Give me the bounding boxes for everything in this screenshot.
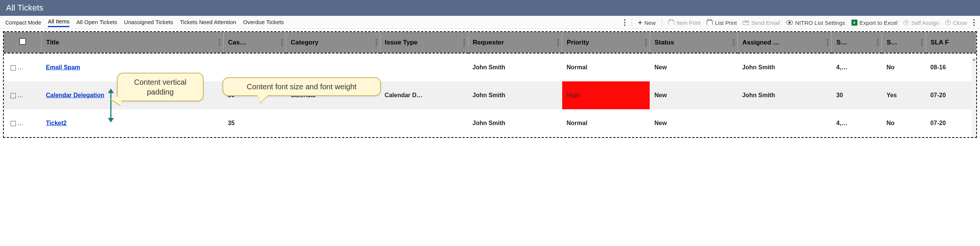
more-icon[interactable] — [624, 19, 625, 26]
export-excel-label: Export to Excel — [860, 20, 898, 26]
row-select-cell[interactable]: … — [4, 109, 41, 137]
col-issue-type[interactable]: Issue Type — [380, 32, 468, 53]
table-row[interactable]: …Ticket235John SmithNormalNew4,…No07-20 — [4, 109, 976, 137]
row-menu-icon[interactable]: … — [18, 92, 24, 98]
col-title-label: Title — [46, 39, 59, 46]
page-title-text: All Tickets — [6, 3, 43, 13]
toolbar-left: Compact Mode All Items All Open Tickets … — [5, 18, 284, 27]
col-requester[interactable]: Requester — [468, 32, 562, 53]
cell-title: Email Spam — [41, 53, 223, 81]
cell-assigned — [738, 109, 832, 137]
col-priority-label: Priority — [567, 39, 589, 46]
table-row[interactable]: …Calendar Delegation36CalendarCalendar D… — [4, 81, 976, 109]
select-all-header[interactable] — [4, 32, 41, 53]
row-checkbox[interactable] — [11, 93, 16, 98]
col-assigned[interactable]: Assigned … — [738, 32, 832, 53]
divider — [662, 19, 662, 27]
col-s2-label: S… — [886, 39, 897, 46]
tab-unassigned-tickets[interactable]: Unassigned Tickets — [124, 19, 173, 27]
col-s2[interactable]: S… — [882, 32, 926, 53]
column-menu-icon[interactable] — [733, 39, 735, 46]
tab-overdue-tickets[interactable]: Overdue Tickets — [243, 19, 283, 27]
self-assign-button[interactable]: Self Assign — [904, 20, 939, 26]
send-email-button[interactable]: Send Email — [743, 20, 780, 26]
cell-requester: John Smith — [468, 81, 562, 109]
column-menu-icon[interactable] — [219, 39, 220, 46]
column-menu-icon[interactable] — [645, 39, 647, 46]
cell-case: 35 — [223, 109, 286, 137]
header-row: Title Cas… Category Issue Type Requester — [4, 32, 976, 53]
row-menu-icon[interactable]: … — [18, 120, 24, 126]
nitro-settings-button[interactable]: NITRO List Settings — [786, 20, 845, 26]
cell-title: Calendar Delegation — [41, 81, 223, 109]
cell-status: New — [650, 109, 738, 137]
row-select-cell[interactable]: … — [4, 53, 41, 81]
cell-status: New — [650, 81, 738, 109]
print-icon — [706, 21, 713, 25]
cell-requester: John Smith — [468, 109, 562, 137]
cell-sla: 07-20 — [926, 81, 976, 109]
col-sla-label: SLA F — [931, 39, 949, 46]
column-menu-icon[interactable] — [827, 39, 829, 46]
toolbar: Compact Mode All Items All Open Tickets … — [0, 16, 980, 29]
cell-case: 36 — [223, 81, 286, 109]
col-priority[interactable]: Priority — [562, 32, 650, 53]
vertical-scrollbar[interactable] — [972, 57, 976, 137]
row-checkbox[interactable] — [11, 65, 16, 70]
row-select-cell[interactable]: … — [4, 81, 41, 109]
column-menu-icon[interactable] — [375, 39, 377, 46]
ticket-link[interactable]: Ticket2 — [46, 120, 67, 126]
cell-s1: 4,… — [832, 109, 882, 137]
column-menu-icon[interactable] — [281, 39, 283, 46]
close-icon — [945, 20, 951, 25]
cell-s2: No — [882, 109, 926, 137]
column-menu-icon[interactable] — [463, 39, 465, 46]
col-category[interactable]: Category — [286, 32, 380, 53]
cell-category — [286, 109, 380, 137]
new-button[interactable]: + New — [638, 20, 656, 26]
close-button[interactable]: Close — [945, 20, 967, 26]
cell-priority: High — [562, 81, 650, 109]
self-assign-label: Self Assign — [911, 20, 939, 26]
cell-status: New — [650, 53, 738, 81]
print-icon — [668, 21, 674, 25]
cell-category: Calendar — [286, 81, 380, 109]
column-menu-icon[interactable] — [557, 39, 559, 46]
export-excel-button[interactable]: Export to Excel — [851, 20, 898, 26]
close-label: Close — [953, 20, 967, 26]
cell-sla: 07-20 — [926, 109, 976, 137]
row-menu-icon[interactable]: … — [18, 64, 24, 70]
column-menu-icon[interactable] — [877, 39, 878, 46]
cell-issue: Calendar D… — [380, 81, 468, 109]
cell-issue — [380, 109, 468, 137]
tab-all-items[interactable]: All Items — [48, 18, 70, 27]
item-print-button[interactable]: Item Print — [668, 20, 701, 26]
ticket-link[interactable]: Email Spam — [46, 64, 80, 70]
ticket-link[interactable]: Calendar Delegation — [46, 92, 105, 98]
tab-need-attention[interactable]: Tickets Need Attention — [180, 19, 236, 27]
page-title: All Tickets — [0, 0, 980, 16]
cell-title: Ticket2 — [41, 109, 223, 137]
row-checkbox[interactable] — [11, 121, 16, 126]
table-row[interactable]: …Email SpamJohn SmithNormalNewJohn Smith… — [4, 53, 976, 81]
list-print-button[interactable]: List Print — [706, 20, 737, 26]
tab-open-tickets[interactable]: All Open Tickets — [76, 19, 117, 27]
cell-case — [223, 53, 286, 81]
col-title[interactable]: Title — [41, 32, 223, 53]
cell-category — [286, 53, 380, 81]
assign-icon — [904, 20, 909, 25]
select-all-checkbox[interactable] — [19, 38, 26, 45]
grid-container: Title Cas… Category Issue Type Requester — [3, 31, 977, 138]
toolbar-right: + New Item Print List Print Send Email N… — [624, 19, 975, 27]
cell-s1: 30 — [832, 81, 882, 109]
col-status[interactable]: Status — [650, 32, 738, 53]
col-case[interactable]: Cas… — [223, 32, 286, 53]
cell-assigned: John Smith — [738, 81, 832, 109]
cell-sla: 08-16 — [926, 53, 976, 81]
column-menu-icon[interactable] — [921, 39, 923, 46]
more-icon[interactable] — [973, 19, 975, 26]
plus-icon: + — [638, 20, 642, 25]
col-s1[interactable]: S… — [832, 32, 882, 53]
cell-priority: Normal — [562, 53, 650, 81]
col-sla[interactable]: SLA F — [926, 32, 976, 53]
